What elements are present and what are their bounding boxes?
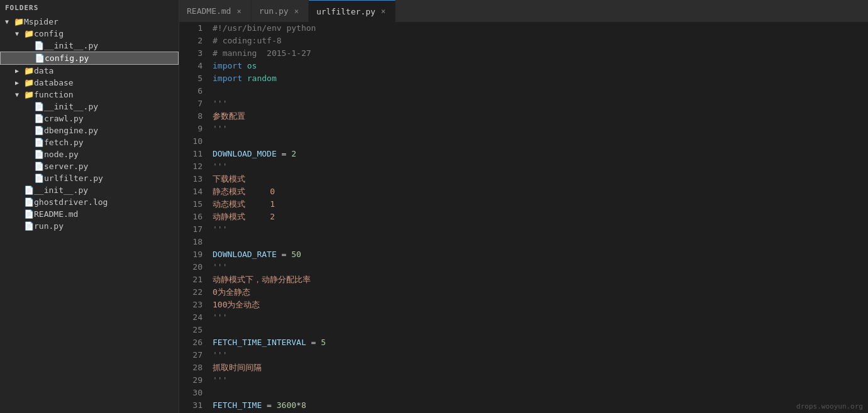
tree-label: README.md [34,209,78,219]
line-number: 26 [179,336,203,349]
code-line: #!/usr/bin/env python [213,22,868,35]
tab-readme-tab[interactable]: README.md× [179,0,252,22]
tree-item-init-function[interactable]: 📄 __init__.py [0,101,179,113]
line-number: 10 [179,135,203,148]
line-number: 28 [179,361,203,374]
editor-area: 1234567891011121314151617181920212223242… [179,22,868,413]
tab-close-icon[interactable]: × [235,6,243,17]
tree-item-config-py[interactable]: 📄 config.py [0,52,179,65]
tree-label: config.py [45,53,89,63]
tree-label: function [34,90,74,99]
tree-label: node.py [44,150,79,159]
code-line: ''' [213,311,868,324]
line-number: 2 [179,35,203,47]
tree-item-ghostdriver[interactable]: 📄 ghostdriver.log [0,196,179,208]
tree-label: run.py [34,221,64,231]
code-line: FETCH_TIME_INTERVAL = 5 [213,336,868,349]
tree-item-node-py[interactable]: 📄 node.py [0,148,179,160]
code-line: 100为全动态 [213,299,868,311]
code-line [213,387,868,399]
tree-item-database[interactable]: 📁 database [0,77,179,89]
tree-label: database [34,78,74,87]
code-line: ''' [213,160,868,173]
tab-label: urlfilter.py [316,7,376,16]
code-line [213,85,868,97]
code-line: # coding:utf-8 [213,35,868,47]
tab-label: run.py [259,6,289,16]
code-line: ''' [213,123,868,135]
line-number: 3 [179,47,203,60]
arrow-open-icon [5,18,14,25]
file-icon: 📄 [34,173,44,183]
code-line: 动静模式 2 [213,211,868,223]
line-number: 20 [179,261,203,273]
code-line [213,324,868,336]
line-number: 7 [179,97,203,110]
code-line: 抓取时间间隔 [213,361,868,374]
tree-label: data [34,66,53,75]
code-line: import os [213,60,868,72]
line-number: 27 [179,349,203,361]
tree-item-readme[interactable]: 📄 README.md [0,208,179,220]
code-line: 0为全静态 [213,286,868,299]
tab-close-icon[interactable]: × [292,6,301,17]
tree-item-function[interactable]: 📁 function [0,89,179,101]
tree-item-crawl-py[interactable]: 📄 crawl.py [0,113,179,124]
file-icon: 📄 [34,150,44,159]
file-icon: 📄 [24,185,34,195]
tree-label: dbengine.py [44,126,98,135]
line-number: 6 [179,85,203,97]
tab-label: README.md [187,6,231,16]
watermark: drops.wooyun.org [796,402,863,410]
line-number: 16 [179,211,203,223]
line-number: 12 [179,160,203,173]
tree-item-config[interactable]: 📁 config [0,28,179,40]
tree-label: ghostdriver.log [34,197,108,207]
code-line: ''' [213,261,868,273]
tree-label: __init__.py [44,102,98,111]
file-tree: 📁 Mspider📁 config📄 __init__.py📄 config.p… [0,16,179,232]
file-icon: 📄 [24,209,34,219]
code-line [213,135,868,148]
code-line: ''' [213,97,868,110]
arrow-closed-icon [15,79,24,86]
tree-label: __init__.py [34,185,88,195]
tree-item-init-main[interactable]: 📄 __init__.py [0,184,179,196]
tree-item-dbengine-py[interactable]: 📄 dbengine.py [0,124,179,136]
tree-label: Mspider [24,17,58,26]
line-number: 8 [179,110,203,123]
code-line: 参数配置 [213,110,868,123]
code-content[interactable]: #!/usr/bin/env python# coding:utf-8# man… [208,22,868,413]
tree-item-init-config[interactable]: 📄 __init__.py [0,40,179,52]
tree-item-server-py[interactable]: 📄 server.py [0,160,179,172]
folder-icon: 📁 [14,17,24,26]
code-line: ''' [213,223,868,236]
tree-item-fetch-py[interactable]: 📄 fetch.py [0,136,179,148]
line-number: 5 [179,72,203,85]
line-number: 9 [179,123,203,135]
tab-run-tab[interactable]: run.py× [252,0,309,22]
line-number: 24 [179,311,203,324]
tree-item-data[interactable]: 📁 data [0,65,179,77]
line-number: 4 [179,60,203,72]
line-number: 22 [179,286,203,299]
folder-icon: 📁 [24,66,34,75]
file-icon: 📄 [34,102,44,111]
tab-urlfilter-tab[interactable]: urlfilter.py× [309,0,396,22]
line-number: 1 [179,22,203,35]
tree-item-mspider[interactable]: 📁 Mspider [0,16,179,28]
file-icon: 📄 [34,41,44,50]
line-number: 13 [179,173,203,185]
line-number: 31 [179,399,203,412]
file-icon: 📄 [34,138,44,147]
tab-close-icon[interactable]: × [379,6,387,17]
file-icon: 📄 [35,53,45,63]
file-icon: 📄 [34,126,44,135]
file-icon: 📄 [34,114,44,123]
tree-item-urlfilter-py[interactable]: 📄 urlfilter.py [0,172,179,184]
tree-item-run-py[interactable]: 📄 run.py [0,220,179,232]
code-line: 下载模式 [213,173,868,185]
file-icon: 📄 [24,197,34,207]
file-explorer: FOLDERS 📁 Mspider📁 config📄 __init__.py📄 … [0,0,179,413]
code-line: # manning 2015-1-27 [213,47,868,60]
